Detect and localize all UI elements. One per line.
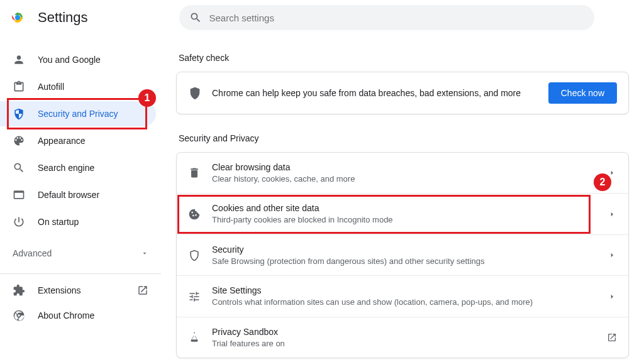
sidebar-item-label: Default browser — [38, 190, 99, 200]
sidebar-divider — [0, 273, 161, 274]
safety-check-title: Safety check — [179, 53, 629, 63]
shield-icon — [13, 107, 25, 120]
tune-icon — [188, 290, 201, 303]
svg-point-2 — [16, 16, 19, 19]
row-security[interactable]: Security Safe Browsing (protection from … — [177, 235, 628, 276]
search-input[interactable] — [209, 13, 584, 23]
sidebar-item-appearance[interactable]: Appearance — [0, 128, 156, 153]
row-cookies[interactable]: Cookies and other site data Third-party … — [177, 194, 628, 234]
row-title: Privacy Sandbox — [212, 326, 607, 338]
clipboard-icon — [13, 80, 25, 93]
extension-icon — [13, 284, 25, 297]
search-box[interactable] — [179, 5, 594, 30]
row-title: Site Settings — [212, 285, 607, 297]
sidebar-item-about-chrome[interactable]: About Chrome — [0, 303, 161, 328]
safety-check-text: Chrome can help keep you safe from data … — [212, 88, 548, 98]
row-title: Clear browsing data — [212, 162, 607, 173]
power-icon — [13, 216, 25, 228]
sidebar-item-label: On startup — [38, 217, 79, 227]
row-sub: Safe Browsing (protection from dangerous… — [212, 256, 607, 267]
sidebar-item-label: Search engine — [38, 163, 94, 173]
search-icon — [189, 11, 202, 24]
row-clear-browsing-data[interactable]: Clear browsing data Clear history, cooki… — [177, 153, 628, 194]
chevron-right-icon — [607, 292, 617, 302]
sidebar-item-you-and-google[interactable]: You and Google — [0, 47, 156, 72]
shield-outline-icon — [188, 249, 201, 261]
flask-icon — [188, 331, 201, 344]
advanced-label: Advanced — [13, 248, 52, 258]
row-sub: Controls what information sites can use … — [212, 297, 607, 308]
row-sub: Clear history, cookies, cache, and more — [212, 173, 607, 185]
security-privacy-title: Security and Privacy — [179, 133, 629, 143]
sidebar-item-default-browser[interactable]: Default browser — [0, 182, 156, 207]
trash-icon — [188, 167, 201, 179]
chevron-right-icon — [607, 209, 617, 219]
open-in-new-icon — [137, 285, 148, 296]
sidebar: You and Google Autofill Security and Pri… — [0, 35, 161, 362]
page-title: Settings — [38, 9, 88, 26]
shield-icon — [188, 86, 202, 100]
search-icon — [13, 162, 25, 174]
sidebar-item-label: Autofill — [38, 82, 64, 92]
safety-check-card: Chrome can help keep you safe from data … — [176, 72, 629, 114]
chevron-down-icon — [141, 250, 148, 257]
sidebar-item-on-startup[interactable]: On startup — [0, 209, 156, 234]
person-icon — [13, 53, 25, 66]
about-label: About Chrome — [38, 310, 94, 321]
check-now-button[interactable]: Check now — [548, 82, 617, 104]
row-title: Cookies and other site data — [212, 202, 607, 214]
sidebar-item-label: You and Google — [38, 55, 101, 65]
row-privacy-sandbox[interactable]: Privacy Sandbox Trial features are on — [177, 317, 628, 358]
browser-icon — [13, 189, 25, 201]
main-content: Safety check Chrome can help keep you sa… — [161, 35, 644, 362]
chevron-right-icon — [607, 168, 617, 178]
chrome-logo-icon — [10, 10, 25, 25]
chevron-right-icon — [607, 250, 617, 260]
row-title: Security — [212, 244, 607, 256]
sidebar-item-search-engine[interactable]: Search engine — [0, 155, 156, 180]
sidebar-item-extensions[interactable]: Extensions — [0, 278, 161, 303]
sidebar-item-label: Security and Privacy — [38, 109, 118, 119]
sidebar-item-autofill[interactable]: Autofill — [0, 74, 156, 99]
open-in-new-icon — [607, 332, 617, 343]
extensions-label: Extensions — [38, 285, 80, 295]
row-sub: Trial features are on — [212, 338, 607, 349]
cookie-icon — [188, 208, 201, 221]
chrome-outline-icon — [13, 309, 25, 322]
palette-icon — [13, 134, 25, 147]
sidebar-item-security-privacy[interactable]: Security and Privacy — [0, 101, 156, 126]
sidebar-advanced[interactable]: Advanced — [0, 241, 161, 266]
sidebar-item-label: Appearance — [38, 136, 86, 146]
row-site-settings[interactable]: Site Settings Controls what information … — [177, 276, 628, 317]
header: Settings — [0, 0, 644, 35]
privacy-card: Clear browsing data Clear history, cooki… — [176, 152, 629, 358]
row-sub: Third-party cookies are blocked in Incog… — [212, 214, 607, 226]
